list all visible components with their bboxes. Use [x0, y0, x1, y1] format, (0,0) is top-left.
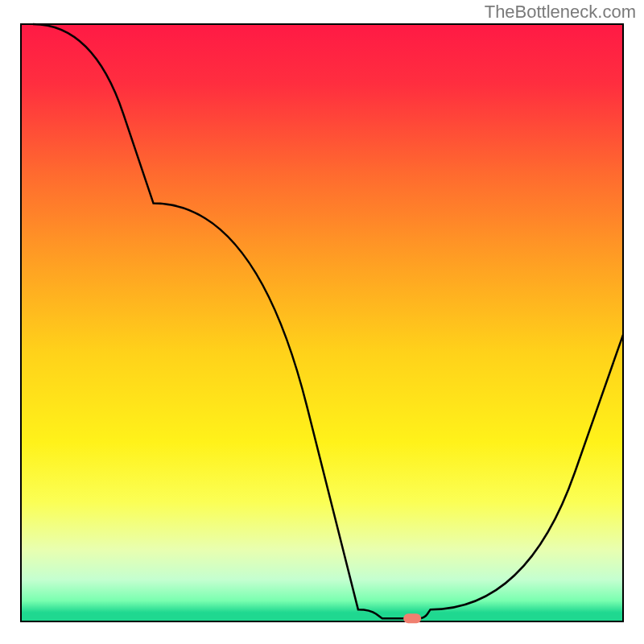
bottleneck-chart — [0, 0, 644, 644]
optimal-marker — [403, 613, 421, 623]
watermark-text: TheBottleneck.com — [485, 2, 636, 23]
chart-container: { "watermark": "TheBottleneck.com", "cha… — [0, 0, 644, 644]
plot-background — [21, 24, 623, 621]
